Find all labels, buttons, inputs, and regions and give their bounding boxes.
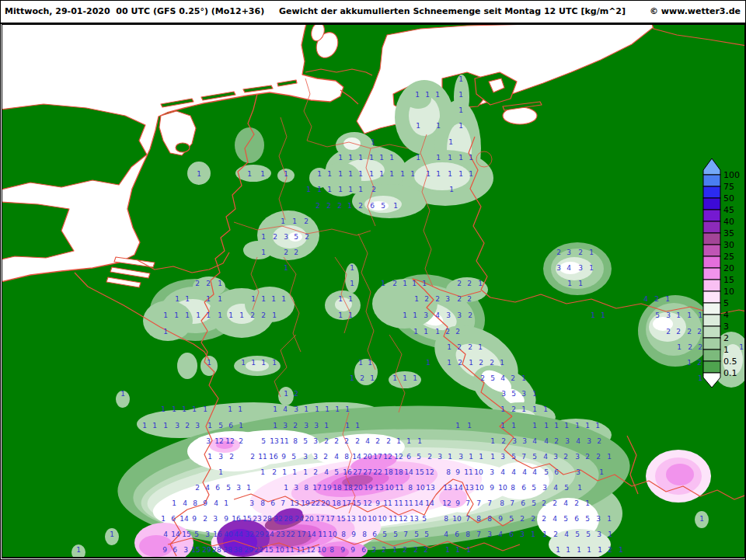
snow-patch: [653, 317, 673, 331]
snow-patch: [343, 137, 361, 150]
legend-swatch: [703, 280, 720, 291]
legend-label: 15: [723, 275, 734, 285]
snow-patch: [414, 162, 470, 190]
england-coast: [1, 104, 147, 190]
legend-label: 5: [723, 298, 729, 308]
legend-arrow-up-icon: [703, 158, 720, 175]
snow-patch: [345, 263, 359, 293]
snow-patch: [288, 232, 302, 242]
legend-swatch: [703, 256, 720, 268]
snow-patch: [695, 511, 709, 528]
legend-label: 50: [723, 193, 734, 203]
legend-label: 35: [723, 228, 734, 238]
snow-patch: [560, 262, 581, 274]
legend-label: 100: [723, 170, 740, 180]
legend-label: 3: [723, 322, 729, 332]
legend-svg: 10075504540353025201510543210.50.1: [702, 158, 746, 401]
legend-swatch: [703, 233, 720, 245]
snow-patch: [116, 391, 130, 408]
legend-label: 40: [723, 217, 734, 227]
legend-arrow-down-icon: [703, 373, 720, 388]
snow-patch: [666, 464, 694, 485]
snow-patch: [139, 535, 173, 557]
snow-patch: [187, 162, 211, 185]
legend-swatch: [703, 315, 720, 326]
legend-swatch: [703, 245, 720, 256]
snow-patch: [235, 127, 264, 163]
snow-patch: [405, 89, 431, 109]
weather-map: [1, 1, 746, 560]
legend-swatch: [703, 303, 720, 315]
snow-patch: [354, 359, 378, 385]
weather-map-page: 1111111111111111111111111111111111111111…: [0, 0, 746, 560]
legend-swatch: [703, 221, 720, 233]
snow-patch: [454, 75, 469, 120]
legend-label: 20: [723, 263, 734, 273]
legend-swatch: [703, 326, 720, 338]
model-label: (GFS 0.25°) (Mo12+36): [153, 6, 264, 16]
legend-label: 0.5: [723, 357, 737, 367]
snow-patch: [368, 201, 389, 210]
snow-patch: [216, 441, 233, 449]
legend-swatch: [703, 338, 720, 350]
header-bar: Mittwoch, 29-01-2020 00 UTC (GFS 0.25°) …: [1, 1, 745, 24]
legend-swatch: [703, 268, 720, 280]
legend-label: 25: [723, 252, 734, 262]
legend-swatch: [703, 210, 720, 221]
snow-patch: [243, 241, 273, 259]
copyright-label: © www.wetter3.de: [650, 6, 741, 16]
legend-label: 0.1: [723, 368, 737, 378]
legend-swatch: [703, 186, 720, 198]
snow-patch: [246, 360, 269, 371]
snow-patch: [193, 277, 225, 297]
snow-patch: [439, 488, 467, 508]
legend-label: 30: [723, 240, 734, 250]
snow-patch: [389, 371, 421, 388]
run-datetime-label: Mittwoch, 29-01-2020 00 UTC: [5, 6, 150, 16]
legend-swatch: [703, 361, 720, 373]
snow-patch: [309, 168, 329, 188]
snow-patch: [549, 529, 611, 560]
legend-label: 10: [723, 287, 734, 297]
map-title: Gewicht der akkumulierten Schneemenge se…: [279, 6, 626, 16]
snow-patch: [177, 353, 197, 379]
snow-patch: [490, 462, 549, 499]
snow-patch: [235, 165, 271, 182]
legend-label: 4: [723, 310, 729, 320]
snow-patch: [321, 546, 349, 558]
snow-patch: [105, 528, 119, 545]
legend-swatch: [703, 291, 720, 303]
legend-swatch: [703, 198, 720, 210]
legend-label: 45: [723, 205, 734, 215]
snow-patch: [372, 279, 437, 329]
legend-colorbar: 10075504540353025201510543210.50.1: [702, 158, 746, 404]
legend-swatch: [703, 350, 720, 361]
legend-swatch: [703, 175, 720, 186]
snow-patch: [245, 287, 295, 322]
legend-label: 75: [723, 182, 734, 192]
legend-label: 2: [723, 333, 729, 343]
legend-label: 1: [723, 345, 729, 355]
